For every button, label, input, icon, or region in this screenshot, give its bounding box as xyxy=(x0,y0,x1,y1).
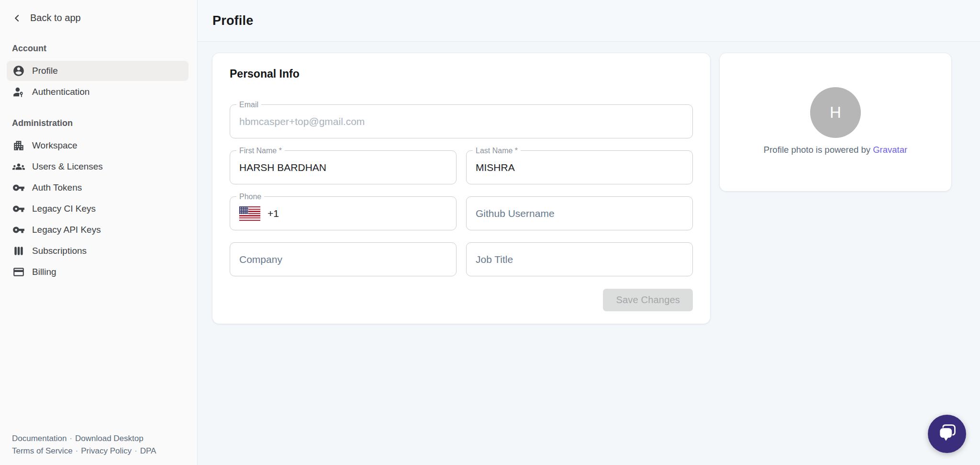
content-area: Personal Info Email First Name * Last Na… xyxy=(198,42,980,465)
company-job-row xyxy=(230,242,693,276)
back-to-app-button[interactable]: Back to app xyxy=(12,12,197,23)
sidebar-item-users-licenses[interactable]: Users & Licenses xyxy=(7,157,189,177)
phone-label: Phone xyxy=(236,192,264,202)
sidebar-item-legacy-api-keys[interactable]: Legacy API Keys xyxy=(7,220,189,240)
section-title-administration: Administration xyxy=(0,118,197,128)
sidebar-item-legacy-ci-keys[interactable]: Legacy CI Keys xyxy=(7,199,189,219)
avatar-initial: H xyxy=(830,103,841,122)
phone-input[interactable] xyxy=(279,197,456,230)
last-name-label: Last Name * xyxy=(473,146,521,156)
footer-row-1: Documentation·Download Desktop xyxy=(12,432,197,445)
page-title: Profile xyxy=(212,13,253,28)
last-name-field: Last Name * xyxy=(466,150,693,184)
chat-bubble-icon xyxy=(936,422,958,445)
company-field xyxy=(230,242,457,276)
person-key-icon xyxy=(12,86,25,98)
settings-sidebar: Back to app Account Profile Authenticati… xyxy=(0,0,198,465)
columns-icon xyxy=(12,245,25,257)
sidebar-item-label: Legacy CI Keys xyxy=(32,204,96,214)
phone-github-row: Phone +1 xyxy=(230,196,693,230)
sidebar-item-label: Profile xyxy=(32,66,58,76)
sidebar-item-auth-tokens[interactable]: Auth Tokens xyxy=(7,178,189,198)
documentation-link[interactable]: Documentation xyxy=(12,434,67,443)
personal-info-title: Personal Info xyxy=(230,68,693,80)
phone-field: Phone +1 xyxy=(230,196,457,230)
sidebar-section-account: Account Profile Authentication xyxy=(0,44,197,103)
photo-caption: Profile photo is powered by Gravatar xyxy=(764,145,907,155)
sidebar-item-label: Workspace xyxy=(32,140,78,151)
profile-photo-card: H Profile photo is powered by Gravatar xyxy=(720,53,951,191)
main-area: Profile Personal Info Email First Name *… xyxy=(198,0,980,465)
first-name-field: First Name * xyxy=(230,150,457,184)
account-circle-icon xyxy=(12,65,25,77)
section-title-account: Account xyxy=(0,44,197,54)
sidebar-item-label: Legacy API Keys xyxy=(32,225,101,235)
email-input[interactable] xyxy=(230,105,692,138)
key-icon xyxy=(12,224,25,236)
github-username-input[interactable] xyxy=(467,197,692,230)
app-root: Back to app Account Profile Authenticati… xyxy=(0,0,980,465)
sidebar-section-administration: Administration Workspace Users & License… xyxy=(0,118,197,283)
gravatar-link[interactable]: Gravatar xyxy=(873,145,907,155)
back-to-app-label: Back to app xyxy=(30,12,81,23)
sidebar-item-label: Authentication xyxy=(32,87,89,97)
github-username-field xyxy=(466,196,693,230)
sidebar-item-billing[interactable]: Billing xyxy=(7,262,189,282)
privacy-policy-link[interactable]: Privacy Policy xyxy=(81,446,132,455)
sidebar-item-profile[interactable]: Profile xyxy=(7,61,189,81)
company-input[interactable] xyxy=(230,243,456,276)
download-desktop-link[interactable]: Download Desktop xyxy=(75,434,144,443)
job-title-input[interactable] xyxy=(467,243,692,276)
key-icon xyxy=(12,203,25,215)
sidebar-item-label: Auth Tokens xyxy=(32,182,82,193)
job-title-field xyxy=(466,242,693,276)
building-icon xyxy=(12,139,25,152)
credit-card-icon xyxy=(12,266,25,278)
sidebar-item-subscriptions[interactable]: Subscriptions xyxy=(7,241,189,261)
us-flag-country-selector[interactable] xyxy=(239,206,260,221)
last-name-input[interactable] xyxy=(467,151,692,184)
terms-of-service-link[interactable]: Terms of Service xyxy=(12,446,73,455)
first-name-label: First Name * xyxy=(236,146,285,156)
sidebar-item-label: Subscriptions xyxy=(32,246,87,256)
users-group-icon xyxy=(12,160,25,173)
key-icon xyxy=(12,181,25,194)
chat-launcher-button[interactable] xyxy=(928,415,966,453)
first-name-input[interactable] xyxy=(230,151,456,184)
photo-caption-text: Profile photo is powered by xyxy=(764,145,870,155)
email-field: Email xyxy=(230,104,693,138)
footer-separator: · xyxy=(67,434,75,443)
form-actions: Save Changes xyxy=(230,289,693,311)
sidebar-item-label: Users & Licenses xyxy=(32,161,103,172)
name-row: First Name * Last Name * xyxy=(230,150,693,184)
sidebar-item-label: Billing xyxy=(32,267,56,277)
page-header: Profile xyxy=(198,0,980,42)
sidebar-footer: Documentation·Download Desktop Terms of … xyxy=(0,432,197,465)
dpa-link[interactable]: DPA xyxy=(140,446,156,455)
chevron-left-icon xyxy=(12,13,22,23)
personal-info-card: Personal Info Email First Name * Last Na… xyxy=(212,53,710,324)
phone-dial-code: +1 xyxy=(267,208,279,219)
sidebar-item-authentication[interactable]: Authentication xyxy=(7,82,189,102)
footer-separator: · xyxy=(73,446,81,455)
sidebar-item-workspace[interactable]: Workspace xyxy=(7,136,189,156)
save-changes-button[interactable]: Save Changes xyxy=(603,289,693,311)
footer-separator: · xyxy=(132,446,140,455)
footer-row-2: Terms of Service·Privacy Policy·DPA xyxy=(12,445,197,457)
avatar: H xyxy=(810,87,861,138)
email-label: Email xyxy=(236,100,261,110)
